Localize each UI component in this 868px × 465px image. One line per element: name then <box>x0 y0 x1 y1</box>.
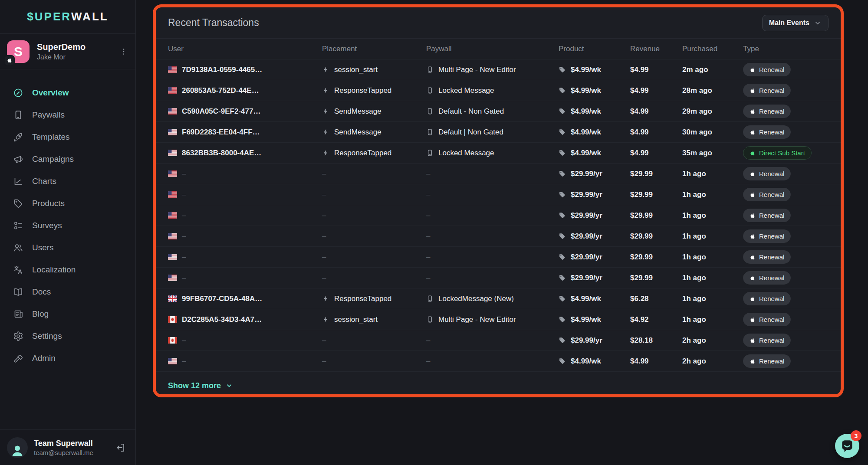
main-events-dropdown[interactable]: Main Events <box>762 15 829 31</box>
cell-revenue: $28.18 <box>630 336 682 345</box>
tag-icon <box>559 337 566 344</box>
table-row[interactable]: – – – $29.99/yr $29.99 1h ago Renewal <box>156 268 841 288</box>
cell-purchased: 2h ago <box>682 357 743 366</box>
sidebar-item-admin[interactable]: Admin <box>0 347 135 369</box>
bolt-icon <box>322 128 329 136</box>
table-row[interactable]: 8632BB3B-8000-4AE… ResponseTapped Locked… <box>156 143 841 164</box>
cell-revenue: $4.99 <box>630 107 682 116</box>
sidebar-item-localization[interactable]: Localization <box>0 259 135 281</box>
cell-type: Renewal <box>743 292 829 305</box>
cell-type: Renewal <box>743 63 829 76</box>
cell-revenue: $29.99 <box>630 232 682 241</box>
sidebar-item-users[interactable]: Users <box>0 236 135 259</box>
cell-purchased: 1h ago <box>682 190 743 199</box>
table-row[interactable]: 7D9138A1-0559-4465… session_start Multi … <box>156 59 841 80</box>
cell-type: Renewal <box>743 167 829 180</box>
phone-icon <box>426 295 434 302</box>
chat-launcher[interactable]: 3 <box>835 434 859 458</box>
cell-revenue: $4.99 <box>630 149 682 157</box>
flag-us-icon <box>168 87 177 94</box>
sidebar-item-docs[interactable]: Docs <box>0 281 135 303</box>
show-more-button[interactable]: Show 12 more <box>168 381 233 390</box>
cell-placement: ResponseTapped <box>322 295 426 303</box>
table-row[interactable]: F69D2283-EE04-4FF… SendMessage Default |… <box>156 122 841 143</box>
newspaper-icon <box>13 309 23 319</box>
table-row[interactable]: – – – $29.99/yr $29.99 1h ago Renewal <box>156 226 841 247</box>
user-id: C590A05C-9EF2-477… <box>182 107 260 116</box>
sidebar-nav: Overview Paywalls Templates Campaigns Ch… <box>0 69 135 369</box>
apple-icon <box>750 358 756 364</box>
cell-paywall: Locked Message <box>426 86 559 95</box>
panel-header: Recent Transactions Main Events <box>156 7 841 39</box>
cell-purchased: 1h ago <box>682 253 743 262</box>
sidebar-item-label: Overview <box>32 88 69 98</box>
flag-ca-icon <box>168 316 177 323</box>
sidebar-item-templates[interactable]: Templates <box>0 126 135 148</box>
phone-icon <box>426 316 434 323</box>
sidebar-item-products[interactable]: Products <box>0 192 135 214</box>
sidebar-item-paywalls[interactable]: Paywalls <box>0 104 135 126</box>
table-row[interactable]: 260853A5-752D-44E… ResponseTapped Locked… <box>156 80 841 101</box>
sidebar-item-campaigns[interactable]: Campaigns <box>0 148 135 170</box>
cell-paywall: – <box>426 232 559 241</box>
cell-user: C590A05C-9EF2-477… <box>168 107 322 116</box>
main-events-dropdown-label: Main Events <box>769 19 809 27</box>
table-row[interactable]: 99FB6707-CD5A-48A… ResponseTapped Locked… <box>156 288 841 309</box>
sidebar-item-label: Campaigns <box>32 154 74 164</box>
cell-placement: session_start <box>322 65 426 74</box>
type-badge: Renewal <box>743 229 791 243</box>
apple-icon <box>750 275 756 281</box>
cell-paywall: – <box>426 253 559 262</box>
cell-placement: SendMessage <box>322 107 426 116</box>
cell-type: Renewal <box>743 84 829 97</box>
chat-unread-badge: 3 <box>851 430 861 441</box>
table-row[interactable]: – – – $29.99/yr $29.99 1h ago Renewal <box>156 247 841 268</box>
cell-type: Renewal <box>743 105 829 118</box>
column-header-placement: Placement <box>322 45 426 53</box>
user-id: – <box>182 357 186 366</box>
cell-type: Renewal <box>743 125 829 139</box>
cell-product: $29.99/yr <box>559 170 630 178</box>
sidebar-item-blog[interactable]: Blog <box>0 303 135 325</box>
kebab-menu-icon[interactable] <box>119 47 128 56</box>
phone-icon <box>426 149 434 157</box>
sidebar-item-settings[interactable]: Settings <box>0 325 135 347</box>
table-row[interactable]: D2C285A5-34D3-4A7… session_start Multi P… <box>156 309 841 330</box>
app-switcher[interactable]: S SuperDemo Jake Mor <box>0 34 135 69</box>
table-row[interactable]: – – – $29.99/yr $28.18 2h ago Renewal <box>156 330 841 351</box>
user-id: – <box>182 190 186 199</box>
cell-revenue: $29.99 <box>630 274 682 282</box>
user-id: – <box>182 274 186 282</box>
table-row[interactable]: – – – $4.99/wk $4.99 2h ago Renewal <box>156 351 841 372</box>
user-id: – <box>182 336 186 345</box>
survey-icon <box>13 220 23 231</box>
sidebar-item-overview[interactable]: Overview <box>0 82 135 104</box>
cell-revenue: $4.92 <box>630 315 682 324</box>
cell-purchased: 2h ago <box>682 336 743 345</box>
sidebar-item-label: Docs <box>32 287 51 297</box>
sidebar-item-surveys[interactable]: Surveys <box>0 214 135 236</box>
flag-us-icon <box>168 66 177 73</box>
logout-icon[interactable] <box>115 442 126 453</box>
type-badge: Renewal <box>743 63 791 76</box>
cell-product: $4.99/wk <box>559 86 630 95</box>
account-name: Team Superwall <box>34 439 93 448</box>
user-id: – <box>182 232 186 241</box>
table-row[interactable]: – – – $29.99/yr $29.99 1h ago Renewal <box>156 164 841 184</box>
chevron-down-icon <box>814 19 822 27</box>
app-icon-initial: S <box>14 44 23 59</box>
bolt-icon <box>322 295 329 302</box>
user-id: 99FB6707-CD5A-48A… <box>182 295 262 303</box>
table-row[interactable]: C590A05C-9EF2-477… SendMessage Default -… <box>156 101 841 122</box>
cell-revenue: $29.99 <box>630 211 682 220</box>
cell-paywall: – <box>426 211 559 220</box>
type-badge: Renewal <box>743 105 791 118</box>
type-badge: Renewal <box>743 354 791 368</box>
sidebar-item-charts[interactable]: Charts <box>0 170 135 192</box>
table-row[interactable]: – – – $29.99/yr $29.99 1h ago Renewal <box>156 184 841 205</box>
cell-purchased: 2m ago <box>682 65 743 74</box>
brand-logo-rest: WALL <box>71 10 108 23</box>
table-row[interactable]: – – – $29.99/yr $29.99 1h ago Renewal <box>156 205 841 226</box>
sidebar: $UPERWALL S SuperDemo Jake Mor Overview … <box>0 0 136 465</box>
cell-paywall: Default | Non Gated <box>426 128 559 137</box>
